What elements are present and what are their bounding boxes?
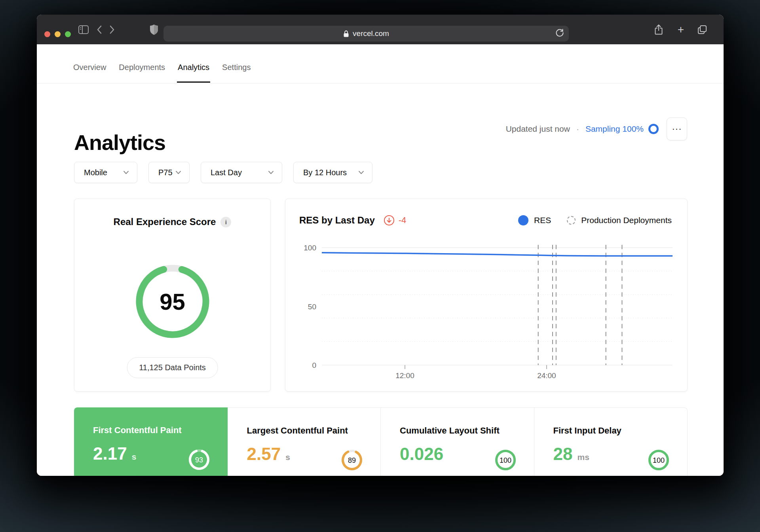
zoom-window-button[interactable] [65, 31, 71, 37]
metric-unit: s [132, 452, 137, 462]
metric-unit: s [285, 452, 290, 462]
page-title: Analytics [74, 130, 165, 155]
svg-text:93: 93 [195, 456, 203, 464]
url-text: vercel.com [353, 29, 389, 38]
metric-card-cls[interactable]: Cumulative Layout Shift 0.026 100 [381, 407, 534, 476]
minimize-window-button[interactable] [55, 31, 61, 37]
metric-value: 0.026 [400, 444, 443, 464]
metric-value: 2.17 [93, 444, 127, 464]
tab-overview[interactable]: Overview [72, 51, 107, 83]
res-score-gauge: 95 [136, 265, 209, 338]
more-options-button[interactable]: ··· [667, 117, 687, 140]
chevron-down-icon [358, 170, 364, 174]
y-axis-tick: 50 [308, 303, 316, 311]
tab-analytics[interactable]: Analytics [177, 51, 210, 83]
res-line-chart: 10050012:0024:00 [285, 199, 688, 392]
url-bar[interactable]: vercel.com [163, 26, 569, 42]
score-ring: 100 [648, 449, 670, 471]
updated-status: Updated just now [506, 124, 570, 134]
res-chart-card: RES by Last Day -4 RES Production Deploy… [285, 199, 688, 392]
metric-title: First Input Delay [553, 426, 688, 436]
back-icon[interactable] [97, 25, 102, 34]
metric-value: 2.57 [247, 444, 281, 464]
percentile-filter-value: P75 [158, 168, 173, 177]
filter-row: Mobile P75 Last Day By 12 Hours [74, 162, 372, 183]
lock-icon [343, 30, 349, 38]
interval-filter-value: By 12 Hours [303, 168, 347, 177]
analytics-page: Analytics Updated just now · Sampling 10… [37, 83, 724, 476]
chevron-down-icon [123, 170, 129, 174]
metric-card-lcp[interactable]: Largest Contentful Paint 2.57 s 89 [228, 407, 381, 476]
range-filter-dropdown[interactable]: Last Day [201, 162, 282, 183]
res-card-title: Real Experience Score [114, 216, 216, 227]
y-axis-tick: 100 [304, 244, 316, 252]
reload-icon[interactable] [555, 28, 565, 40]
meta-separator: · [576, 124, 579, 134]
more-dots-icon: ··· [672, 124, 682, 134]
metric-title: First Contentful Paint [93, 425, 228, 435]
info-icon[interactable]: i [220, 217, 231, 227]
privacy-shield-icon[interactable] [150, 24, 158, 35]
forward-icon[interactable] [109, 25, 115, 34]
metric-card-fid[interactable]: First Input Delay 28 ms 100 [534, 407, 688, 476]
close-window-button[interactable] [44, 31, 50, 37]
metric-title: Cumulative Layout Shift [400, 426, 534, 436]
web-vitals-row: First Contentful Paint 2.17 s 93 Largest… [74, 407, 688, 476]
svg-text:89: 89 [348, 456, 356, 464]
svg-text:100: 100 [653, 456, 665, 464]
chevron-down-icon [175, 170, 181, 174]
score-ring: 100 [494, 449, 517, 471]
metric-value: 28 [553, 444, 573, 464]
sidebar-toggle-icon[interactable] [78, 25, 89, 34]
tab-overview-icon[interactable] [697, 25, 707, 35]
metric-card-fcp[interactable]: First Contentful Paint 2.17 s 93 [74, 407, 228, 476]
tab-deployments[interactable]: Deployments [118, 51, 166, 83]
score-ring: 89 [341, 449, 363, 471]
score-ring: 93 [188, 449, 210, 471]
real-experience-score-card: Real Experience Score i 95 11,125 Data P… [74, 199, 271, 392]
svg-text:100: 100 [499, 456, 511, 464]
x-axis-tick: 24:00 [537, 371, 556, 380]
metric-title: Largest Contentful Paint [247, 426, 381, 436]
device-filter-value: Mobile [84, 168, 107, 177]
new-tab-icon[interactable]: + [678, 24, 684, 35]
sampling-ring-icon [648, 124, 659, 134]
sampling-link[interactable]: Sampling 100% [585, 124, 644, 134]
browser-titlebar: vercel.com + [37, 15, 724, 44]
project-nav: Overview Deployments Analytics Settings [37, 44, 724, 83]
tab-settings[interactable]: Settings [221, 51, 251, 83]
x-axis-tick: 12:00 [395, 371, 414, 380]
share-icon[interactable] [654, 24, 663, 35]
header-meta: Updated just now · Sampling 100% ··· [506, 117, 687, 140]
metric-unit: ms [577, 452, 589, 462]
interval-filter-dropdown[interactable]: By 12 Hours [293, 162, 372, 183]
data-points-badge: 11,125 Data Points [127, 357, 218, 378]
res-score-value: 95 [136, 265, 209, 338]
percentile-filter-dropdown[interactable]: P75 [148, 162, 190, 183]
browser-window: vercel.com + Overview Deployments Analyt… [37, 15, 724, 476]
y-axis-tick: 0 [312, 361, 316, 369]
range-filter-value: Last Day [211, 168, 242, 177]
device-filter-dropdown[interactable]: Mobile [74, 162, 137, 183]
res-series-line [322, 253, 673, 256]
chevron-down-icon [268, 170, 274, 174]
